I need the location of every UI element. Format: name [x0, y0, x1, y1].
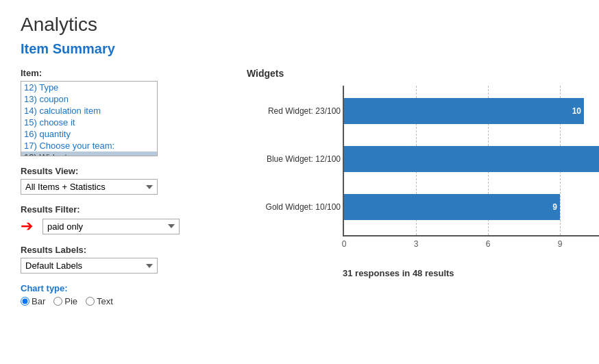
- list-item-selected[interactable]: 18) Widgets: [21, 151, 157, 156]
- bar-row-red: Red Widget: 23/100 10: [344, 98, 599, 124]
- list-item[interactable]: 14) calculation item: [21, 105, 157, 117]
- list-item[interactable]: 12) Type: [21, 82, 157, 93]
- results-view-label: Results View:: [21, 166, 226, 176]
- results-filter-label: Results Filter:: [21, 204, 226, 215]
- results-view-select[interactable]: All Items + Statistics Items Only Statis…: [21, 179, 158, 195]
- bar-row-gold: Gold Widget: 10/100 9: [344, 194, 599, 220]
- chart-bars: Red Widget: 23/100 10 Blue Widget: 12/10…: [343, 86, 599, 236]
- page-title: Analytics: [21, 14, 578, 36]
- results-labels-label: Results Labels:: [21, 245, 226, 255]
- section-subtitle: Item Summary: [21, 41, 578, 57]
- list-item[interactable]: 16) quantity: [21, 128, 157, 140]
- bar-red: 10: [344, 98, 584, 124]
- chart-area: Red Widget: 23/100 10 Blue Widget: 12/10…: [247, 86, 599, 257]
- item-listbox[interactable]: 12) Type 13) coupon 14) calculation item…: [21, 81, 158, 156]
- chart-summary: 31 responses in 48 results: [247, 268, 599, 278]
- x-tick-6: 6: [486, 239, 491, 249]
- bar-label-gold: Gold Widget: 10/100: [248, 202, 341, 212]
- results-labels-select[interactable]: Default Labels Custom Labels: [21, 258, 158, 274]
- list-item[interactable]: 13) coupon: [21, 93, 157, 105]
- item-label: Item:: [21, 68, 226, 78]
- list-item[interactable]: 15) choose it: [21, 117, 157, 128]
- chart-type-label: Chart type:: [21, 283, 226, 293]
- bar-blue: 12: [344, 146, 599, 172]
- x-tick-0: 0: [342, 239, 347, 249]
- bar-row-blue: Blue Widget: 12/100 12: [344, 146, 599, 172]
- list-item[interactable]: 17) Choose your team:: [21, 140, 157, 151]
- bar-label-blue: Blue Widget: 12/100: [248, 154, 341, 164]
- bar-label-red: Red Widget: 23/100: [248, 106, 341, 116]
- bar-gold: 9: [344, 194, 560, 220]
- chart-type-pie[interactable]: Pie: [53, 296, 77, 306]
- right-panel: Widgets Red Widget: 23/100 10: [247, 68, 599, 306]
- left-panel: Item: 12) Type 13) coupon 14) calculatio…: [21, 68, 226, 306]
- chart-title: Widgets: [247, 68, 599, 79]
- chart-type-bar[interactable]: Bar: [21, 296, 45, 306]
- arrow-indicator: ➔: [21, 217, 33, 235]
- results-filter-select[interactable]: paid only all responses completed only: [42, 219, 180, 234]
- chart-type-text[interactable]: Text: [86, 296, 113, 306]
- x-tick-9: 9: [558, 239, 563, 249]
- x-tick-3: 3: [414, 239, 419, 249]
